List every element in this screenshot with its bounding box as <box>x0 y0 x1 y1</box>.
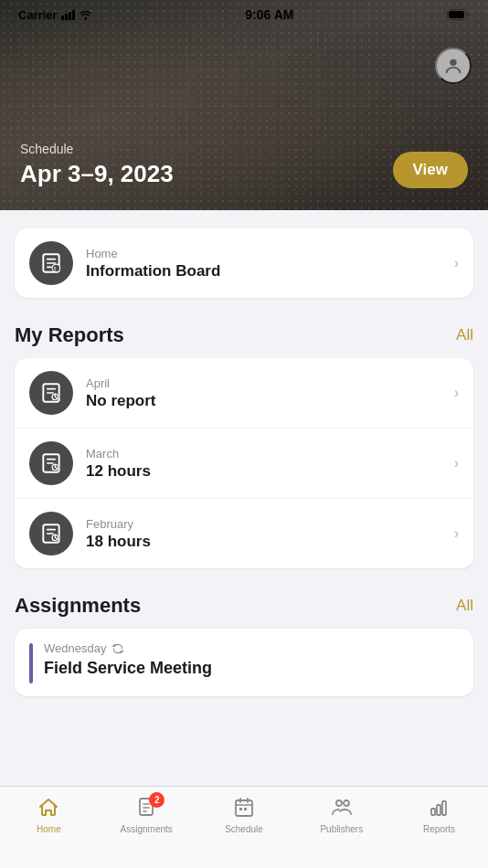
svg-rect-6 <box>449 11 464 18</box>
svg-rect-49 <box>437 805 440 815</box>
profile-button[interactable] <box>435 48 472 84</box>
main-content: ! Home Information Board › My Reports Al… <box>0 210 488 788</box>
recurring-icon <box>111 642 124 655</box>
assignment-accent <box>29 643 33 683</box>
report-icon-march <box>29 441 73 485</box>
svg-rect-48 <box>431 809 435 815</box>
assignments-icon: 2 <box>135 796 157 821</box>
report-text-march: March 12 hours <box>86 447 441 481</box>
svg-point-7 <box>450 59 456 66</box>
info-board-title: Information Board <box>86 262 441 281</box>
status-bar: Carrier 9:06 AM <box>0 0 488 26</box>
assignments-header: Assignments All <box>15 594 473 618</box>
tab-bar: Home 2 Assignments <box>0 786 488 868</box>
report-value-april: No report <box>86 392 441 410</box>
hero-content: Schedule Apr 3–9, 2023 View <box>20 142 468 188</box>
info-board-text: Home Information Board <box>86 247 441 281</box>
assignments-badge: 2 <box>149 792 164 808</box>
svg-rect-44 <box>239 808 242 810</box>
svg-point-4 <box>84 16 87 19</box>
assignments-title: Assignments <box>15 594 141 618</box>
tab-schedule-label: Schedule <box>225 824 263 834</box>
report-row-february[interactable]: February 18 hours › <box>15 498 473 568</box>
tab-publishers[interactable]: Publishers <box>292 794 390 834</box>
svg-line-27 <box>55 467 57 468</box>
tab-assignments-label: Assignments <box>121 824 173 834</box>
report-value-february: 18 hours <box>86 533 441 551</box>
view-button[interactable]: View <box>393 152 468 188</box>
report-chevron-april: › <box>454 385 459 401</box>
tab-reports[interactable]: Reports <box>390 794 488 834</box>
info-board-card: ! Home Information Board › <box>15 228 473 298</box>
tab-publishers-label: Publishers <box>320 824 363 834</box>
status-right <box>447 9 470 20</box>
report-chevron-february: › <box>454 525 459 542</box>
tab-reports-label: Reports <box>423 824 455 834</box>
report-icon-april <box>29 371 73 415</box>
tab-assignments[interactable]: 2 Assignments <box>98 794 196 834</box>
report-row-april[interactable]: April No report › <box>15 358 473 428</box>
info-board-icon: ! <box>29 241 73 285</box>
assignment-name: Field Service Meeting <box>44 659 459 678</box>
assignments-all[interactable]: All <box>456 597 473 615</box>
status-time: 9:06 AM <box>245 7 293 22</box>
schedule-label: Schedule <box>20 142 174 156</box>
tab-schedule[interactable]: Schedule <box>196 794 293 834</box>
my-reports-title: My Reports <box>15 323 124 347</box>
svg-point-47 <box>344 800 349 806</box>
report-chevron-march: › <box>454 455 459 471</box>
svg-rect-50 <box>442 801 446 815</box>
report-month-march: March <box>86 447 441 460</box>
publishers-icon <box>331 796 353 821</box>
schedule-date: Apr 3–9, 2023 <box>20 160 174 188</box>
report-text-april: April No report <box>86 376 441 410</box>
report-text-february: February 18 hours <box>86 517 441 551</box>
my-reports-header: My Reports All <box>15 323 473 347</box>
tab-home[interactable]: Home <box>0 794 98 834</box>
schedule-icon <box>233 796 255 821</box>
assignment-day: Wednesday <box>44 641 459 655</box>
svg-line-20 <box>55 397 57 397</box>
svg-rect-2 <box>69 12 71 20</box>
assignments-card: Wednesday Field Service Meeting <box>15 629 473 696</box>
assignment-text: Wednesday Field Service Meeting <box>44 641 459 678</box>
report-value-march: 12 hours <box>86 462 441 481</box>
svg-point-46 <box>336 800 342 806</box>
report-row-march[interactable]: March 12 hours › <box>15 428 473 498</box>
info-board-row[interactable]: ! Home Information Board › <box>15 228 473 298</box>
reports-icon <box>429 796 451 821</box>
reports-card: April No report › March 12 hour <box>15 358 473 568</box>
info-board-chevron: › <box>454 255 459 271</box>
svg-rect-1 <box>65 14 68 20</box>
svg-text:!: ! <box>54 265 57 273</box>
svg-line-34 <box>55 537 57 538</box>
report-icon-february <box>29 512 73 556</box>
my-reports-all[interactable]: All <box>456 326 473 344</box>
home-icon <box>37 796 59 821</box>
svg-rect-3 <box>72 10 75 20</box>
assignment-row-field-service[interactable]: Wednesday Field Service Meeting <box>15 629 473 696</box>
info-board-label: Home <box>86 247 441 260</box>
svg-rect-0 <box>61 16 64 20</box>
hero-section: Schedule Apr 3–9, 2023 View <box>0 0 488 210</box>
report-month-february: February <box>86 517 441 531</box>
tab-home-label: Home <box>37 824 61 834</box>
carrier-text: Carrier <box>18 8 92 22</box>
svg-rect-45 <box>244 808 247 810</box>
report-month-april: April <box>86 376 441 390</box>
